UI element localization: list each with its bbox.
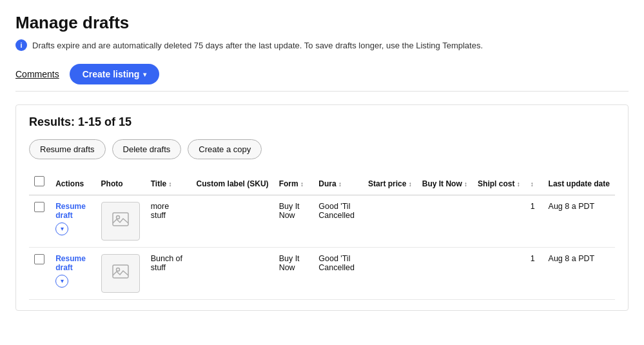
col-header-title[interactable]: Title ↕ (146, 171, 191, 195)
row-checkbox-0[interactable] (34, 202, 44, 212)
row-buy-it-now-cell (417, 195, 473, 248)
row-checkbox-1[interactable] (34, 254, 44, 264)
row-last-update-cell: Aug 8 a PDT (543, 195, 615, 248)
row-checkbox-cell (29, 195, 50, 248)
row-last-update-0: Aug 8 a PDT (549, 202, 595, 211)
col-header-photo: Photo (96, 171, 146, 195)
row-start-price-cell (363, 195, 417, 248)
page-container: Manage drafts i Drafts expire and are au… (0, 0, 644, 324)
col-header-actions: Actions (50, 171, 95, 195)
duration-sort-icon: ↕ (338, 181, 342, 188)
create-copy-button[interactable]: Create a copy (188, 139, 262, 159)
listing-templates-link[interactable]: Listing Templates (416, 41, 480, 50)
results-section: Results: 1-15 of 15 Resume drafts Delete… (15, 104, 629, 311)
row-start-price-cell (363, 248, 417, 300)
select-all-checkbox[interactable] (34, 176, 44, 186)
row-title-cell: more stuff (146, 195, 191, 248)
photo-icon-0 (112, 210, 130, 232)
row-title-cell: Bunch of stuff (146, 248, 191, 300)
row-format-1: Buy It Now (279, 254, 300, 272)
photo-icon-1 (112, 262, 130, 284)
results-count: Results: 1-15 of 15 (29, 115, 615, 129)
row-last-update-cell: Aug 8 a PDT (543, 248, 615, 300)
qty-sort-icon: ↕ (531, 181, 534, 188)
resume-draft-chevron-1[interactable]: ▾ (55, 275, 68, 288)
row-duration-cell: Good 'Til Cancelled (313, 195, 363, 248)
info-text: Drafts expire and are automatically dele… (32, 41, 483, 50)
col-header-qty[interactable]: ↕ (525, 171, 543, 195)
drafts-table: Actions Photo Title ↕ Custom label (SKU)… (29, 171, 615, 300)
row-format-cell: Buy It Now (274, 195, 314, 248)
row-last-update-1: Aug 8 a PDT (549, 254, 595, 263)
row-qty-cell: 1 (525, 195, 543, 248)
row-buy-it-now-cell (417, 248, 473, 300)
delete-drafts-button[interactable]: Delete drafts (112, 139, 182, 159)
photo-placeholder-1 (101, 254, 140, 293)
row-custom-label-cell (191, 195, 274, 248)
svg-point-1 (116, 216, 119, 219)
resume-drafts-button[interactable]: Resume drafts (29, 139, 106, 159)
row-ship-cost-cell (473, 195, 525, 248)
info-bar: i Drafts expire and are automatically de… (15, 39, 629, 51)
photo-placeholder-0 (101, 202, 140, 241)
col-header-buy-it-now[interactable]: Buy It Now ↕ (417, 171, 473, 195)
svg-point-3 (116, 268, 119, 271)
create-listing-button[interactable]: Create listing ▾ (70, 64, 160, 84)
table-row: Resume draft ▾ Bunch of stuff Buy It Now (29, 248, 615, 300)
resume-draft-chevron-0[interactable]: ▾ (55, 222, 68, 235)
row-format-cell: Buy It Now (274, 248, 314, 300)
row-qty-0: 1 (531, 202, 535, 211)
action-buttons-row: Resume drafts Delete drafts Create a cop… (29, 139, 615, 159)
row-actions-cell: Resume draft ▾ (50, 248, 95, 300)
svg-rect-2 (113, 265, 128, 278)
row-format-0: Buy It Now (279, 202, 300, 220)
row-qty-1: 1 (531, 254, 535, 263)
row-ship-cost-cell (473, 248, 525, 300)
row-duration-cell: Good 'Til Cancelled (313, 248, 363, 300)
comments-link[interactable]: Comments (15, 69, 59, 86)
svg-rect-0 (113, 213, 128, 226)
resume-draft-link-1[interactable]: Resume draft (55, 254, 90, 272)
title-sort-icon: ↕ (168, 181, 171, 188)
row-actions-cell: Resume draft ▾ (50, 195, 95, 248)
table-header-row: Actions Photo Title ↕ Custom label (SKU)… (29, 171, 615, 195)
row-title-0: more stuff (151, 202, 169, 220)
row-photo-cell (96, 195, 146, 248)
row-title-1: Bunch of stuff (151, 254, 182, 272)
start-price-sort-icon: ↕ (409, 181, 412, 188)
page-title: Manage drafts (15, 13, 629, 33)
col-header-ship-cost[interactable]: Shipl cost ↕ (473, 171, 525, 195)
ship-cost-sort-icon: ↕ (517, 181, 520, 188)
row-checkbox-cell (29, 248, 50, 300)
col-header-checkbox (29, 171, 50, 195)
row-photo-cell (96, 248, 146, 300)
row-duration-0: Good 'Til Cancelled (318, 202, 355, 220)
row-duration-1: Good 'Til Cancelled (318, 254, 355, 272)
info-icon: i (15, 39, 27, 51)
col-header-custom-label: Custom label (SKU) (191, 171, 274, 195)
resume-draft-link-0[interactable]: Resume draft (55, 202, 90, 220)
create-listing-chevron-icon: ▾ (143, 71, 146, 78)
buy-it-now-sort-icon: ↕ (464, 181, 467, 188)
col-header-duration[interactable]: Dura ↕ (313, 171, 363, 195)
table-row: Resume draft ▾ more stuff Buy It Now (29, 195, 615, 248)
format-sort-icon: ↕ (300, 181, 304, 188)
col-header-start-price[interactable]: Start price ↕ (363, 171, 417, 195)
toolbar: Comments Create listing ▾ (15, 64, 629, 92)
row-custom-label-cell (191, 248, 274, 300)
col-header-format[interactable]: Form ↕ (274, 171, 314, 195)
col-header-last-update: Last update date (543, 171, 615, 195)
row-qty-cell: 1 (525, 248, 543, 300)
